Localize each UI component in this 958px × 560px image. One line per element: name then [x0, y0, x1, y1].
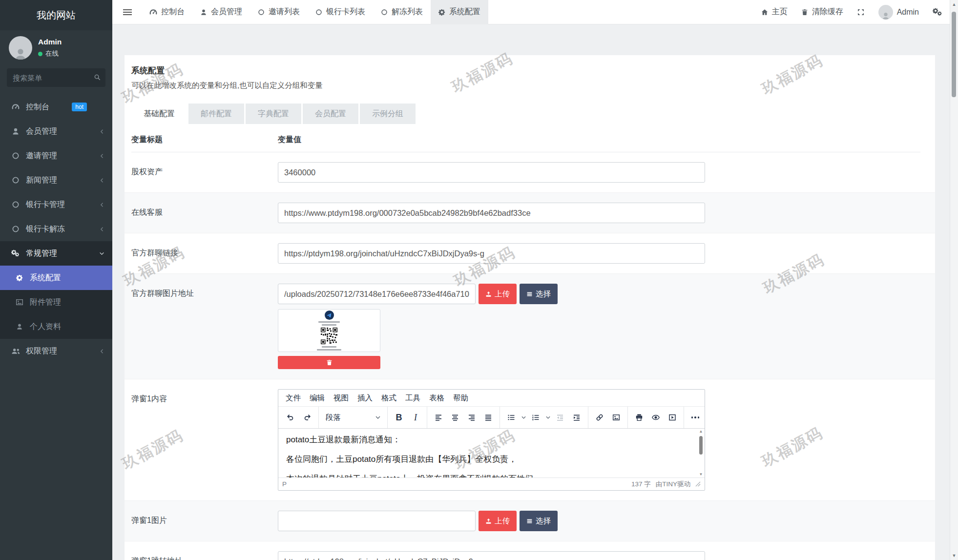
- chevron-down-icon: [521, 416, 526, 419]
- popup1-link-input[interactable]: [278, 551, 705, 560]
- home-button[interactable]: 主页: [754, 0, 794, 24]
- bullet-list-button[interactable]: [503, 409, 520, 426]
- chevron-down-icon: [375, 416, 380, 419]
- nav-tab-unfreeze-list[interactable]: 解冻列表: [373, 0, 431, 24]
- popup1-image-input[interactable]: [278, 511, 476, 531]
- sidebar-item-bankcards[interactable]: 银行卡管理: [0, 192, 112, 217]
- media-button[interactable]: [664, 409, 681, 426]
- print-button[interactable]: [631, 409, 647, 426]
- align-justify-button[interactable]: [480, 409, 497, 426]
- avatar[interactable]: [9, 36, 32, 60]
- upload-button[interactable]: 上传: [479, 284, 517, 304]
- caption-line: [317, 349, 341, 351]
- menu-help[interactable]: 帮助: [449, 391, 473, 405]
- align-center-button[interactable]: [447, 409, 463, 426]
- page-scrollbar[interactable]: ▲ ▼: [950, 0, 958, 560]
- sidebar-item-bankcard-unfreeze[interactable]: 银行卡解冻: [0, 217, 112, 241]
- online-service-input[interactable]: [278, 203, 705, 223]
- dashboard-icon: [12, 103, 20, 111]
- nav-tab-invite-list[interactable]: 邀请列表: [250, 0, 308, 24]
- menu-file[interactable]: 文件: [281, 391, 305, 405]
- scroll-down-icon[interactable]: ▼: [699, 472, 703, 477]
- numbered-list-button[interactable]: [527, 409, 544, 426]
- equity-input[interactable]: [278, 162, 705, 183]
- settings-button[interactable]: [926, 0, 950, 24]
- more-toolbar-button[interactable]: [687, 409, 704, 426]
- indent-button[interactable]: [568, 409, 585, 426]
- tab-basic-config[interactable]: 基础配置: [131, 104, 187, 124]
- scroll-up-icon[interactable]: ▲: [699, 429, 703, 434]
- sidebar-item-console[interactable]: 控制台 hot: [0, 95, 112, 119]
- media-play-icon: [668, 414, 676, 421]
- scroll-down-icon[interactable]: ▼: [950, 553, 958, 558]
- element-path[interactable]: P: [282, 480, 287, 488]
- upload-button[interactable]: 上传: [479, 511, 517, 531]
- sidebar-item-invites[interactable]: 邀请管理: [0, 144, 112, 168]
- hamburger-menu-button[interactable]: [123, 8, 132, 17]
- table-row: 官方群聊链接: [125, 233, 935, 274]
- tab-dictionary-config[interactable]: 字典配置: [246, 104, 301, 124]
- nav-tab-system-config[interactable]: 系统配置: [431, 0, 488, 24]
- sidebar-item-general[interactable]: 常规管理: [0, 241, 112, 266]
- menu-view[interactable]: 视图: [329, 391, 353, 405]
- user-icon: [14, 47, 27, 60]
- richtext-editor-popup1: 文件 编辑 视图 插入 格式 工具 表格 帮助: [278, 389, 705, 491]
- block-format-select[interactable]: 段落: [322, 409, 384, 426]
- bullet-list-caret[interactable]: [520, 409, 527, 426]
- user-menu[interactable]: Admin: [872, 0, 926, 24]
- sidebar-item-members[interactable]: 会员管理: [0, 119, 112, 144]
- scroll-up-icon[interactable]: ▲: [950, 2, 958, 7]
- redo-button[interactable]: [299, 409, 315, 426]
- resize-grip-icon[interactable]: [695, 481, 701, 487]
- align-left-button[interactable]: [430, 409, 447, 426]
- menu-tools[interactable]: 工具: [401, 391, 425, 405]
- sidebar-item-news[interactable]: 新闻管理: [0, 168, 112, 192]
- tab-example-group[interactable]: 示例分组: [360, 104, 416, 124]
- preview-button[interactable]: [647, 409, 664, 426]
- nav-tab-console[interactable]: 控制台: [142, 0, 192, 24]
- menu-insert[interactable]: 插入: [353, 391, 377, 405]
- fullscreen-button[interactable]: [850, 0, 872, 24]
- user-circle-icon: [12, 127, 20, 135]
- field-label: 股权资产: [131, 162, 278, 183]
- scrollbar-thumb[interactable]: [952, 12, 956, 97]
- undo-button[interactable]: [282, 409, 299, 426]
- numbered-list-icon: [532, 414, 540, 421]
- scrollbar-thumb[interactable]: [699, 436, 703, 455]
- search-input[interactable]: [7, 68, 105, 87]
- editor-scrollbar[interactable]: ▲ ▼: [698, 429, 704, 477]
- tab-mail-config[interactable]: 邮件配置: [188, 104, 244, 124]
- tab-member-config[interactable]: 会员配置: [303, 104, 358, 124]
- list-icon: [526, 291, 533, 297]
- menu-edit[interactable]: 编辑: [305, 391, 329, 405]
- menu-format[interactable]: 格式: [377, 391, 401, 405]
- sidebar-item-profile[interactable]: 个人资料: [0, 314, 112, 339]
- group-image-preview[interactable]: [278, 309, 380, 352]
- sidebar-item-permissions[interactable]: 权限管理: [0, 339, 112, 363]
- nav-tab-bankcard-list[interactable]: 银行卡列表: [308, 0, 373, 24]
- group-chat-image-input[interactable]: [278, 284, 476, 304]
- numbered-list-caret[interactable]: [544, 409, 552, 426]
- chevron-left-icon: [99, 153, 104, 159]
- editor-content[interactable]: potato土豆退款最新消息通知： 各位同胞们，土豆potato所有项目退款由【…: [278, 429, 705, 477]
- menu-table[interactable]: 表格: [425, 391, 449, 405]
- choose-button[interactable]: 选择: [520, 511, 558, 531]
- delete-image-button[interactable]: [278, 356, 380, 369]
- insert-image-button[interactable]: [608, 409, 625, 426]
- italic-button[interactable]: I: [407, 409, 424, 426]
- group-chat-link-input[interactable]: [278, 243, 705, 264]
- word-count[interactable]: 137 字: [631, 480, 651, 489]
- align-right-button[interactable]: [463, 409, 480, 426]
- link-button[interactable]: [591, 409, 608, 426]
- choose-button[interactable]: 选择: [520, 284, 558, 304]
- nav-tab-members[interactable]: 会员管理: [192, 0, 250, 24]
- bold-button[interactable]: B: [391, 409, 407, 426]
- align-left-icon: [435, 414, 442, 421]
- table-row: 官方群聊图片地址 上传 选择: [125, 274, 935, 379]
- outdent-button[interactable]: [552, 409, 568, 426]
- sidebar-item-attachments[interactable]: 附件管理: [0, 290, 112, 314]
- home-icon: [761, 9, 768, 16]
- sidebar-item-system-config[interactable]: 系统配置: [0, 266, 112, 290]
- clear-cache-button[interactable]: 清除缓存: [794, 0, 850, 24]
- search-icon[interactable]: [94, 74, 101, 81]
